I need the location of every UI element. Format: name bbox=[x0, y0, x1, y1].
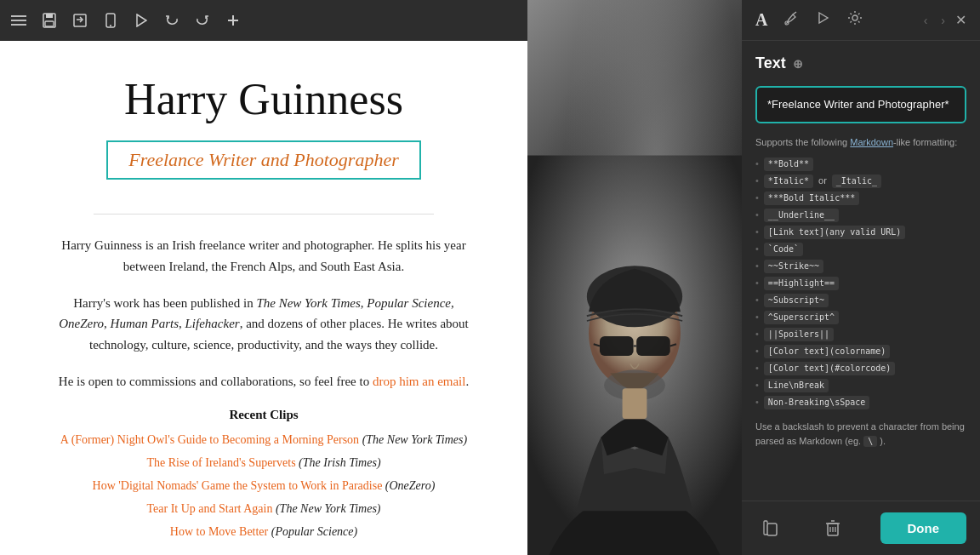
page-title: Harry Guinness bbox=[51, 75, 476, 123]
svg-rect-23 bbox=[623, 388, 647, 419]
text-input-value[interactable]: *Freelance Writer and Photographer* bbox=[767, 96, 954, 113]
subtitle-box: Freelance Writer and Photographer bbox=[106, 140, 421, 180]
add-icon[interactable] bbox=[225, 14, 242, 27]
bio-paragraph-2: Harry's work has been published in The N… bbox=[51, 293, 476, 356]
svg-line-24 bbox=[793, 12, 796, 14]
done-button[interactable]: Done bbox=[880, 512, 967, 544]
svg-point-9 bbox=[110, 25, 111, 26]
svg-marker-26 bbox=[819, 13, 828, 23]
export-icon[interactable] bbox=[71, 14, 88, 27]
panel-title: Text ⊕ bbox=[755, 54, 966, 72]
editor-panel: Harry Guinness Freelance Writer and Phot… bbox=[0, 0, 527, 555]
brush-icon[interactable] bbox=[784, 10, 800, 30]
play-sidebar-icon[interactable] bbox=[817, 11, 830, 29]
svg-rect-28 bbox=[767, 524, 777, 535]
mobile-icon[interactable] bbox=[102, 13, 119, 28]
markdown-item: ~Subscript~ bbox=[755, 294, 966, 307]
svg-point-27 bbox=[852, 15, 858, 20]
clip-link-3[interactable]: How 'Digital Nomads' Game the System to … bbox=[51, 477, 476, 495]
clip-link-4[interactable]: Tear It Up and Start Again (The New York… bbox=[51, 500, 476, 518]
markdown-item: *Italic* or _Italic_ bbox=[755, 175, 966, 188]
svg-rect-5 bbox=[45, 21, 54, 26]
markdown-item: ***Bold Italic*** bbox=[755, 192, 966, 205]
markdown-item: ==Highlight== bbox=[755, 277, 966, 290]
clip-link-2[interactable]: The Rise of Ireland's Supervets (The Iri… bbox=[51, 454, 476, 472]
backslash-note: Use a backslash to prevent a character f… bbox=[755, 420, 966, 448]
clip-link-1[interactable]: A (Former) Night Owl's Guide to Becoming… bbox=[51, 431, 476, 449]
close-button[interactable]: ✕ bbox=[955, 12, 966, 28]
font-icon[interactable]: A bbox=[755, 10, 767, 30]
play-icon[interactable] bbox=[133, 14, 150, 27]
menu-icon[interactable] bbox=[10, 14, 27, 26]
markdown-item: [Color text](#colorcode) bbox=[755, 362, 966, 375]
sidebar-toolbar: A ‹ › ✕ bbox=[742, 0, 980, 41]
editor-content: Harry Guinness Freelance Writer and Phot… bbox=[0, 41, 527, 555]
svg-rect-18 bbox=[636, 336, 670, 356]
email-link[interactable]: drop him an email bbox=[373, 375, 466, 388]
subtitle-text: Freelance Writer and Photographer bbox=[128, 149, 399, 170]
svg-rect-4 bbox=[46, 14, 53, 18]
right-sidebar: A ‹ › ✕ Text ⊕ bbox=[742, 0, 980, 555]
markdown-item: ^Superscript^ bbox=[755, 311, 966, 324]
person-photo bbox=[527, 0, 742, 555]
nav-next-button[interactable]: › bbox=[937, 12, 949, 29]
svg-marker-10 bbox=[137, 14, 146, 26]
svg-rect-17 bbox=[600, 336, 634, 356]
save-icon[interactable] bbox=[41, 13, 58, 28]
editor-toolbar bbox=[0, 0, 527, 41]
photo-area bbox=[527, 0, 742, 555]
nav-prev-button[interactable]: ‹ bbox=[920, 12, 932, 29]
delete-button[interactable] bbox=[818, 513, 848, 544]
text-input-box[interactable]: *Freelance Writer and Photographer* bbox=[755, 86, 966, 123]
recent-clips-title: Recent Clips bbox=[51, 408, 476, 422]
sidebar-content: Text ⊕ *Freelance Writer and Photographe… bbox=[742, 41, 980, 501]
undo-icon[interactable] bbox=[163, 14, 180, 26]
section-divider bbox=[94, 214, 434, 215]
copy-button[interactable] bbox=[755, 513, 786, 544]
markdown-item: Non-Breaking\sSpace bbox=[755, 396, 966, 409]
markdown-list: **Bold** *Italic* or _Italic_ ***Bold It… bbox=[755, 157, 966, 409]
panel-title-icon: ⊕ bbox=[793, 57, 803, 71]
sidebar-footer: Done bbox=[742, 501, 980, 555]
markdown-item: __Underline__ bbox=[755, 209, 966, 222]
clip-link-5[interactable]: How to Move Better (Popular Science) bbox=[51, 523, 476, 541]
bio-paragraph-1: Harry Guinness is an Irish freelance wri… bbox=[51, 235, 476, 278]
bio-paragraph-3: He is open to commissions and collaborat… bbox=[51, 371, 476, 392]
redo-icon[interactable] bbox=[194, 14, 211, 26]
sidebar-nav: ‹ › ✕ bbox=[920, 12, 966, 29]
markdown-item: Line\nBreak bbox=[755, 379, 966, 392]
markdown-item: `Code` bbox=[755, 243, 966, 256]
svg-rect-6 bbox=[74, 14, 86, 26]
markdown-item: ||Spoilers|| bbox=[755, 328, 966, 341]
markdown-item: [Link text](any valid URL) bbox=[755, 226, 966, 239]
markdown-item: [Color text](colorname) bbox=[755, 345, 966, 358]
markdown-item: **Bold** bbox=[755, 157, 966, 171]
markdown-info: Supports the following Markdown-like for… bbox=[755, 135, 966, 150]
settings-icon[interactable] bbox=[847, 10, 863, 30]
markdown-item: ~~Strike~~ bbox=[755, 260, 966, 273]
